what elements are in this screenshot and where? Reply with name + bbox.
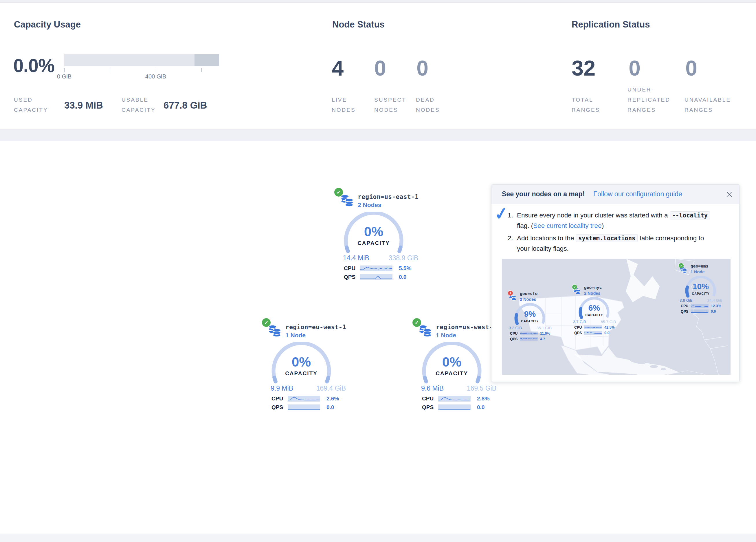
- cpu-label: CPU: [422, 396, 438, 402]
- region-node-us-east-1[interactable]: ✓ region=us-east-1 2 Nodes 0% CAPACITY 1…: [330, 187, 423, 286]
- mini-locality-geo-nyc: ✓ geo=nyc 2 Nodes 6% CAPACITY 3.7 GiB 65…: [572, 284, 618, 338]
- sparkline: [360, 265, 392, 271]
- close-icon[interactable]: [726, 191, 733, 198]
- cpu-value: 2.8%: [477, 396, 489, 402]
- code-snippet: system.locations: [576, 234, 638, 242]
- step-number: 2.: [508, 233, 517, 243]
- qps-value: 0.0: [399, 274, 406, 280]
- total-ranges-count: 32: [572, 58, 595, 79]
- region-node-us-west-1[interactable]: ✓ region=us-west-1 1 Node 0% CAPACITY 9.…: [408, 317, 501, 416]
- usable-capacity-label: USABLE: [122, 97, 148, 103]
- capacity-values: 3.2 GiB 35.1 GiB: [509, 326, 552, 330]
- footer-strip: [0, 534, 756, 542]
- configuration-guide-link[interactable]: Follow our configuration guide: [593, 190, 682, 198]
- capacity-values: 3.7 GiB 65.7 GiB: [573, 320, 616, 324]
- sparkline: [288, 405, 320, 410]
- used-value: 9.6 MiB: [421, 385, 444, 392]
- capacity-bar-reserved-segment: [194, 54, 219, 66]
- cpu-value: 2.6%: [326, 396, 339, 402]
- used-value: 3.7 GiB: [573, 320, 586, 324]
- sparkline: [584, 326, 602, 329]
- popup-header: See your nodes on a map! Follow our conf…: [491, 185, 739, 204]
- qps-row: QPS 0.0: [574, 331, 609, 335]
- database-icon: [268, 324, 281, 338]
- healthy-check-icon: ✓: [678, 263, 684, 268]
- locality-label: geo=nyc: [584, 285, 602, 290]
- live-nodes-label: NODES: [332, 107, 356, 113]
- locality-label: region=us-west-1: [436, 324, 497, 331]
- capacity-values: 9.9 MiB 169.4 GiB: [271, 385, 346, 392]
- qps-value: 0.0: [326, 404, 334, 411]
- suspect-nodes-count: 0: [374, 58, 386, 79]
- under-replicated-label: RANGES: [627, 107, 656, 113]
- locality-label: region=us-east-1: [358, 193, 419, 200]
- capacity-word: CAPACITY: [513, 319, 547, 323]
- locality-label: region=eu-west-1: [285, 324, 346, 331]
- example-node-map-image: 1 geo=sfo 2 Nodes 9% CAPACITY 3.2 GiB 35…: [502, 259, 731, 375]
- capacity-values: 3.6 GiB 34.4 GiB: [680, 298, 722, 303]
- qps-label: QPS: [422, 404, 438, 411]
- qps-value: 0.0: [711, 310, 716, 314]
- unavailable-label: UNAVAILABLE: [685, 97, 731, 103]
- axis-tick: [156, 68, 156, 72]
- used-value: 3.2 GiB: [509, 326, 522, 330]
- capacity-usage-title: Capacity Usage: [14, 19, 81, 30]
- sparkline: [584, 331, 602, 335]
- warning-badge-icon: 1: [508, 291, 513, 296]
- total-value: 338.9 GiB: [389, 254, 418, 262]
- mini-locality-geo-sfo: 1 geo=sfo 2 Nodes 9% CAPACITY 3.2 GiB 35…: [508, 291, 554, 344]
- sparkline: [520, 337, 538, 341]
- node-status-title: Node Status: [332, 19, 385, 30]
- capacity-word: CAPACITY: [577, 313, 611, 317]
- database-icon: [340, 194, 354, 207]
- cluster-summary-panel: Capacity Usage 0.0% 0 GiB 400 GiB USED C…: [0, 2, 756, 129]
- cpu-label: CPU: [271, 396, 288, 402]
- qps-value: 0.0: [477, 404, 485, 411]
- capacity-gauge: 0% CAPACITY: [420, 342, 484, 384]
- usable-capacity-value: 677.8 GiB: [164, 100, 207, 111]
- capacity-word: CAPACITY: [269, 370, 333, 377]
- locality-tree-link[interactable]: See current locality tree: [533, 222, 601, 229]
- axis-tick: [64, 68, 65, 72]
- capacity-word: CAPACITY: [342, 240, 405, 246]
- cpu-label: CPU: [681, 304, 691, 308]
- capacity-gauge: 0% CAPACITY: [342, 212, 405, 254]
- qps-row: QPS 4.7: [510, 337, 545, 341]
- used-value: 14.4 MiB: [343, 254, 369, 262]
- capacity-gauge: 0% CAPACITY: [269, 342, 333, 384]
- sparkline: [691, 310, 709, 313]
- capacity-percent: 10%: [684, 282, 718, 291]
- axis-tick: [110, 68, 110, 72]
- suspect-nodes-label: NODES: [374, 107, 398, 113]
- live-nodes-count: 4: [332, 58, 344, 79]
- map-toolbar: Node Map Cluster 10m Past 10 Minutes Now: [0, 141, 756, 170]
- cpu-label: CPU: [510, 332, 520, 336]
- used-capacity-label: CAPACITY: [14, 107, 48, 113]
- qps-value: 4.7: [540, 337, 545, 341]
- total-value: 169.4 GiB: [316, 385, 346, 392]
- nodes-count-link[interactable]: 1 Node: [436, 332, 456, 339]
- sparkline: [360, 274, 392, 280]
- unavailable-count: 0: [685, 58, 697, 79]
- nodes-count-link: 2 Nodes: [520, 297, 536, 302]
- cpu-value: 11.0%: [540, 332, 550, 336]
- step-text: Add locations to the: [517, 234, 576, 242]
- sparkline: [438, 396, 471, 402]
- nodes-count-link[interactable]: 2 Nodes: [358, 201, 381, 208]
- capacity-axis-label: 0 GiB: [47, 73, 82, 80]
- cpu-row: CPU 2.8%: [422, 396, 489, 402]
- cpu-row: CPU 12.3%: [681, 304, 721, 308]
- total-value: 34.4 GiB: [707, 298, 722, 303]
- region-node-eu-west-1[interactable]: ✓ region=eu-west-1 1 Node 0% CAPACITY 9.…: [258, 317, 350, 416]
- cpu-label: CPU: [574, 326, 584, 330]
- sparkline: [520, 332, 538, 335]
- nodes-count-link: 1 Node: [691, 269, 704, 274]
- nodes-count-link[interactable]: 1 Node: [285, 332, 306, 339]
- qps-label: QPS: [344, 274, 360, 280]
- capacity-word: CAPACITY: [420, 370, 484, 377]
- qps-row: QPS 0.0: [422, 404, 485, 411]
- cpu-label: CPU: [344, 265, 360, 272]
- total-value: 65.7 GiB: [601, 320, 616, 324]
- database-icon: [268, 324, 281, 338]
- unavailable-label: RANGES: [685, 107, 713, 113]
